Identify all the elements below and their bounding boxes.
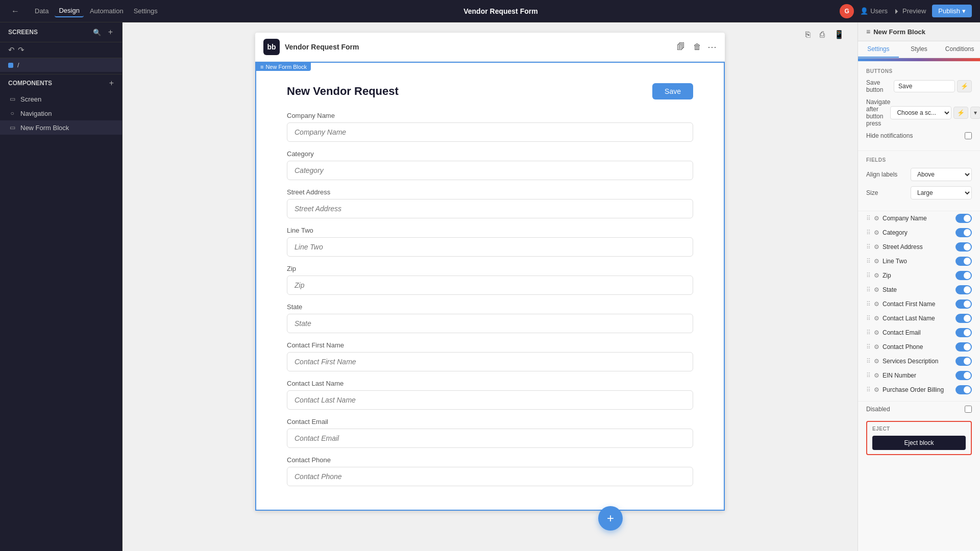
redo-button[interactable]: ↷	[18, 44, 24, 56]
form-field-line-two: Line Two	[287, 227, 693, 257]
drag-handle-icon[interactable]: ⠿	[866, 329, 871, 336]
field-toggle[interactable]	[955, 357, 972, 366]
drag-handle-icon[interactable]: ⠿	[866, 372, 871, 379]
mobile-view-button[interactable]: 📱	[831, 28, 847, 41]
drag-handle-icon[interactable]: ⠿	[866, 358, 871, 365]
sidebar-item-screen[interactable]: ▭ Screen	[0, 92, 122, 106]
search-screens-button[interactable]: 🔍	[92, 27, 102, 38]
tab-settings[interactable]: Settings	[130, 5, 162, 17]
tab-panel-conditions[interactable]: Conditions	[939, 41, 980, 58]
gear-icon[interactable]: ⚙	[874, 215, 879, 222]
input-zip[interactable]	[287, 276, 693, 295]
field-toggle[interactable]	[955, 242, 972, 252]
drag-handle-icon[interactable]: ⠿	[866, 272, 871, 279]
align-labels-select[interactable]: Above	[911, 168, 972, 181]
tablet-view-button[interactable]: ⎙	[817, 28, 828, 41]
field-toggle[interactable]	[955, 328, 972, 337]
input-state[interactable]	[287, 314, 693, 333]
input-category[interactable]	[287, 161, 693, 180]
field-name-label: EIN Number	[883, 372, 952, 379]
undo-button[interactable]: ↶	[8, 44, 18, 56]
drag-handle-icon[interactable]: ⠿	[866, 229, 871, 236]
gear-icon[interactable]: ⚙	[874, 315, 879, 322]
gear-icon[interactable]: ⚙	[874, 329, 879, 336]
add-component-button[interactable]: +	[109, 79, 114, 88]
input-contact-email[interactable]	[287, 429, 693, 448]
drag-handle-icon[interactable]: ⠿	[866, 243, 871, 251]
gear-icon[interactable]: ⚙	[874, 272, 879, 279]
field-toggle[interactable]	[955, 271, 972, 280]
hide-notifications-checkbox[interactable]	[965, 132, 972, 139]
field-toggle[interactable]	[955, 342, 972, 352]
input-company-name[interactable]	[287, 122, 693, 142]
screens-title: Screens	[8, 29, 38, 36]
drag-handle-icon[interactable]: ⠿	[866, 286, 871, 293]
delete-frame-button[interactable]: 🗑	[691, 40, 703, 54]
gear-icon[interactable]: ⚙	[874, 229, 879, 236]
field-toggle[interactable]	[955, 214, 972, 223]
label-contact-email: Contact Email	[287, 418, 693, 425]
add-screen-button[interactable]: +	[107, 27, 114, 38]
drag-handle-icon[interactable]: ⠿	[866, 343, 871, 350]
input-street-address[interactable]	[287, 199, 693, 218]
label-company-name: Company Name	[287, 112, 693, 119]
size-select[interactable]: Large	[911, 186, 972, 199]
field-toggle[interactable]	[955, 299, 972, 309]
drag-handle-icon[interactable]: ⠿	[866, 300, 871, 308]
field-toggle[interactable]	[955, 228, 972, 237]
navigate-after-select[interactable]: Choose a sc...	[890, 106, 951, 119]
add-fab-button[interactable]: +	[598, 506, 623, 531]
drag-handle-icon[interactable]: ⠿	[866, 386, 871, 393]
sidebar-item-new-form-block[interactable]: ▭ New Form Block	[0, 120, 122, 135]
align-labels-label: Align labels	[866, 171, 897, 178]
navigate-after-chevron[interactable]: ▾	[970, 107, 980, 119]
gear-icon[interactable]: ⚙	[874, 343, 879, 350]
gear-icon[interactable]: ⚙	[874, 243, 879, 251]
sidebar-item-navigation[interactable]: ○ Navigation	[0, 106, 122, 120]
preview-button[interactable]: ⏵ Preview	[894, 7, 926, 15]
field-toggle[interactable]	[955, 314, 972, 323]
gear-icon[interactable]: ⚙	[874, 258, 879, 265]
tab-automation[interactable]: Automation	[86, 5, 128, 17]
eject-block-button[interactable]: Eject block	[872, 436, 966, 450]
field-toggle[interactable]	[955, 257, 972, 266]
drag-handle-icon[interactable]: ⠿	[866, 215, 871, 222]
field-toggle[interactable]	[955, 371, 972, 380]
hide-notifications-checkbox-wrapper	[965, 132, 972, 139]
users-button[interactable]: 👤 Users	[860, 7, 888, 15]
drag-handle-icon[interactable]: ⠿	[866, 258, 871, 265]
back-button[interactable]: ←	[8, 5, 22, 18]
input-line-two[interactable]	[287, 237, 693, 257]
align-labels-row: Align labels Above	[866, 168, 972, 181]
gear-icon[interactable]: ⚙	[874, 358, 879, 365]
hide-notifications-label: Hide notifications	[866, 132, 913, 139]
tab-panel-settings[interactable]: Settings	[858, 41, 899, 58]
tab-data[interactable]: Data	[31, 5, 53, 17]
navigate-after-row: Navigate after button press Choose a sc.…	[866, 98, 972, 127]
tab-design[interactable]: Design	[55, 5, 83, 17]
input-contact-last-name[interactable]	[287, 390, 693, 410]
gear-icon[interactable]: ⚙	[874, 286, 879, 293]
input-contact-first-name[interactable]	[287, 352, 693, 371]
copy-frame-button[interactable]: 🗐	[675, 40, 687, 54]
save-btn-input[interactable]	[894, 80, 955, 92]
drag-handle-icon[interactable]: ⠿	[866, 315, 871, 322]
form-field-state: State	[287, 303, 693, 333]
save-btn-action-icon[interactable]: ⚡	[957, 80, 972, 92]
desktop-view-button[interactable]: ⎘	[802, 28, 814, 41]
gear-icon[interactable]: ⚙	[874, 372, 879, 379]
field-toggle[interactable]	[955, 285, 972, 294]
tab-panel-styles[interactable]: Styles	[899, 41, 940, 58]
gear-icon[interactable]: ⚙	[874, 386, 879, 393]
publish-button[interactable]: Publish ▾	[932, 5, 972, 17]
avatar: G	[840, 4, 854, 18]
field-toggle[interactable]	[955, 385, 972, 394]
screen-item-root[interactable]: /	[0, 58, 122, 72]
disabled-checkbox[interactable]	[965, 406, 972, 413]
form-field-contact-phone: Contact Phone	[287, 456, 693, 486]
canvas-area: ⎘ ⎙ 📱 bb Vendor Request Form 🗐 🗑 ⋯ ≡ New…	[122, 22, 857, 551]
gear-icon[interactable]: ⚙	[874, 300, 879, 308]
navigate-after-action-icon[interactable]: ⚡	[953, 107, 968, 119]
form-save-button[interactable]: Save	[652, 83, 693, 99]
input-contact-phone[interactable]	[287, 467, 693, 486]
